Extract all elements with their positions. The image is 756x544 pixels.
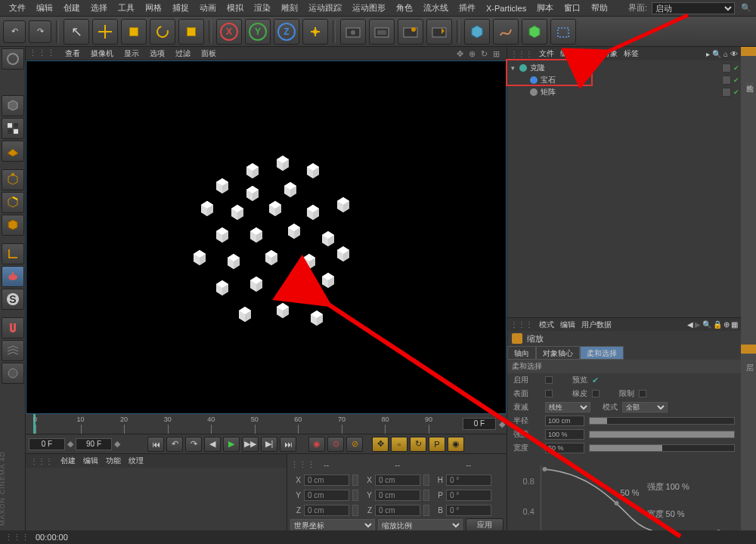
object-tag[interactable] [722, 88, 731, 97]
attr-up-icon[interactable]: 🔍 [702, 320, 711, 329]
mat-create[interactable]: 创建 [60, 456, 76, 466]
grip-icon[interactable]: ⋮⋮⋮ [510, 50, 533, 58]
attr-menu-icon[interactable]: ▦ [731, 320, 738, 329]
spinner[interactable] [423, 505, 429, 516]
rtab-struct[interactable]: 构造 [741, 74, 756, 83]
rtab-material[interactable]: 材质 [741, 56, 756, 65]
attr-userdata[interactable]: 用户数据 [581, 320, 612, 330]
locked-workplane-button[interactable] [2, 363, 24, 384]
spline-button[interactable] [493, 19, 519, 45]
workplane-mode-button[interactable] [2, 141, 24, 162]
snap-button[interactable]: S [2, 289, 24, 310]
autokey-button[interactable]: ⊙ [327, 437, 344, 452]
mat-edit[interactable]: 编辑 [83, 456, 98, 466]
pos-y-field[interactable]: 0 cm [304, 490, 349, 501]
spinner[interactable] [423, 490, 429, 501]
coord-sys-button[interactable] [302, 19, 328, 45]
size-y-field[interactable]: 0 cm [375, 490, 420, 501]
rot-p-field[interactable]: 0 ° [446, 490, 491, 501]
z-axis-toggle[interactable]: Z [274, 19, 299, 45]
last-tool[interactable] [178, 19, 204, 45]
rtab-attr[interactable]: 属性 [741, 345, 756, 354]
menu-char[interactable]: 角色 [392, 1, 417, 15]
enable-axis-button[interactable] [2, 266, 24, 287]
model-mode-button[interactable] [2, 95, 24, 116]
play-button[interactable]: ▶ [223, 437, 240, 452]
frame-to-field[interactable]: 90 F [76, 438, 112, 450]
attr-back-icon[interactable]: ◀ [687, 320, 693, 329]
next-key-button[interactable]: ▶| [261, 437, 277, 452]
frame-from-field[interactable]: 0 F [29, 438, 65, 450]
prev-frame-button[interactable]: ↷ [185, 437, 202, 452]
vp-view[interactable]: 查看 [64, 48, 82, 59]
object-name[interactable]: 宝石 [541, 75, 720, 85]
tab-softsel[interactable]: 柔和选择 [580, 346, 624, 360]
render-picture-button[interactable] [369, 19, 395, 45]
generator-button[interactable] [522, 19, 547, 45]
param-key-button[interactable]: P [429, 437, 445, 452]
menu-edit[interactable]: 编辑 [32, 1, 57, 15]
om-object[interactable]: 对象 [603, 48, 618, 59]
om-eye-icon[interactable]: 👁 [730, 50, 738, 58]
prev-key-button[interactable]: ↶ [166, 437, 183, 452]
attr-lock-icon[interactable]: 🔒 [713, 320, 722, 329]
object-row[interactable]: 矩阵✔ [509, 86, 739, 98]
menu-anim[interactable]: 动画 [195, 1, 221, 15]
vp-camera[interactable]: 摄像机 [89, 48, 115, 59]
menu-snap[interactable]: 捕捉 [168, 1, 194, 15]
deformer-button[interactable] [550, 19, 576, 45]
grip-icon[interactable]: ⋮⋮⋮ [29, 48, 56, 58]
menu-create[interactable]: 创建 [59, 1, 85, 15]
axis-tool-button[interactable] [2, 243, 24, 264]
menu-mesh[interactable]: 网格 [141, 1, 166, 15]
polygon-mode-button[interactable] [2, 215, 24, 236]
width-field[interactable]: 50 % [545, 443, 584, 453]
attr-mode[interactable]: 模式 [539, 320, 554, 330]
rot-h-field[interactable]: 0 ° [446, 474, 491, 486]
object-name[interactable]: 矩阵 [541, 87, 720, 97]
enable-checkbox[interactable] [545, 376, 553, 384]
pos-z-field[interactable]: 0 cm [304, 505, 349, 516]
rtab-layer[interactable]: 层 [741, 354, 756, 363]
om-bookmark-icon[interactable]: ▸ [706, 50, 710, 58]
tab-objaxis[interactable]: 对象轴心 [536, 346, 580, 360]
search-icon[interactable]: 🔍 [741, 3, 751, 14]
render-settings-button[interactable] [426, 19, 452, 45]
vp-panel[interactable]: 面板 [200, 48, 218, 59]
menu-script[interactable]: 脚本 [532, 1, 558, 15]
rtab-object[interactable]: 对象 [741, 47, 756, 56]
object-tree[interactable]: ▾克隆✔宝石✔矩阵✔ [507, 60, 741, 121]
strength-field[interactable]: 100 % [545, 429, 584, 440]
rtab-browser[interactable]: 内容浏览器 [741, 65, 756, 74]
strength-slider[interactable] [589, 431, 735, 438]
vp-nav4-icon[interactable]: ⊞ [493, 49, 503, 58]
keyframe-sel-button[interactable]: ⊘ [346, 437, 363, 452]
spinner[interactable] [352, 505, 358, 516]
vis-toggle[interactable]: ✔ [733, 64, 739, 72]
rubber-checkbox[interactable] [592, 390, 600, 397]
pos-x-field[interactable]: 0 cm [304, 474, 349, 486]
y-axis-toggle[interactable]: Y [245, 19, 271, 45]
om-search-icon[interactable]: 🔍 [712, 50, 721, 58]
point-mode-button[interactable] [2, 169, 24, 190]
menu-window[interactable]: 窗口 [559, 1, 585, 15]
vp-nav3-icon[interactable]: ↻ [481, 49, 491, 58]
edge-mode-button[interactable] [2, 192, 24, 213]
vis-toggle[interactable]: ✔ [733, 76, 739, 84]
menu-help[interactable]: 帮助 [587, 1, 612, 15]
vis-toggle[interactable]: ✔ [733, 88, 739, 96]
menu-track[interactable]: 运动跟踪 [304, 1, 346, 15]
scale-tool[interactable] [121, 19, 147, 45]
spinner[interactable] [352, 490, 358, 501]
menu-mograph[interactable]: 运动图形 [348, 1, 390, 15]
attr-new-icon[interactable]: ⊕ [723, 320, 730, 329]
limit-checkbox[interactable] [639, 390, 646, 397]
x-axis-toggle[interactable]: X [216, 19, 242, 45]
interface-select[interactable]: 启动 [652, 2, 735, 14]
record-button[interactable]: ◉ [308, 437, 325, 452]
menu-pipe[interactable]: 流水线 [419, 1, 453, 15]
vp-options[interactable]: 选项 [148, 48, 166, 59]
spinner[interactable] [352, 474, 358, 486]
falloff-curve[interactable]: 0.8 0.4 50 % 强度 100 % 宽度 50 % [510, 458, 738, 541]
magnet-button[interactable] [2, 317, 24, 338]
